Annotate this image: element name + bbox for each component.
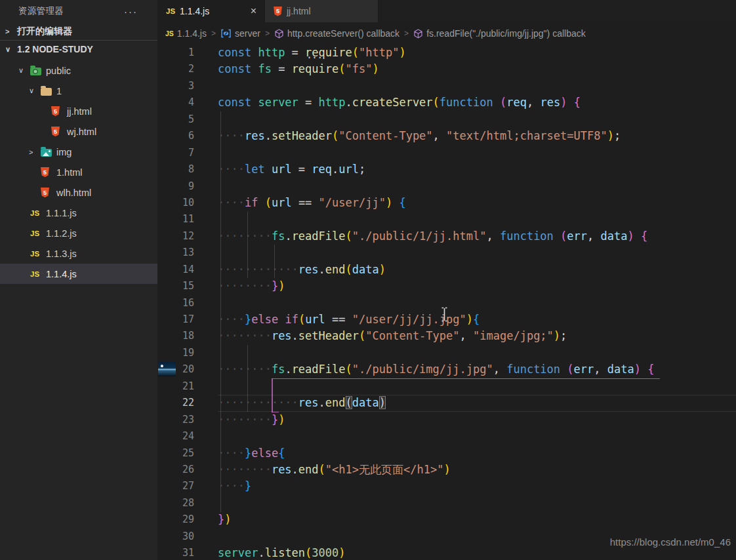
code-line-content[interactable]: const http = require("http") <box>194 45 406 61</box>
file-icon-slot: 5 <box>41 188 56 197</box>
code-line-content[interactable] <box>194 345 218 361</box>
js-file-icon: JS <box>165 30 174 37</box>
breadcrumb-item-http.createServer[interactable]: http.createServer() callback <box>274 28 399 39</box>
file-icon-slot: JS <box>30 230 46 237</box>
tree-item-1.1.3.js[interactable]: JS1.1.3.js <box>0 243 157 264</box>
code-line-content[interactable] <box>194 428 218 445</box>
code-line-content[interactable] <box>194 78 218 94</box>
code-line-content[interactable]: server.listen(3000) <box>194 545 346 560</box>
tree-item-label: wj.html <box>67 127 96 137</box>
tree-item-jj.html[interactable]: 5jj.html <box>0 101 157 121</box>
code-line-content[interactable]: ········res.setHeader("Content-Type", "i… <box>194 328 567 344</box>
js-file-icon: JS <box>30 230 39 237</box>
line-number: 9 <box>157 178 194 195</box>
code-line-content[interactable] <box>194 529 218 545</box>
code-line-5: 5 <box>157 111 736 128</box>
line-number: 3 <box>157 78 194 94</box>
breadcrumb-item-server[interactable]: server <box>220 28 260 39</box>
code-line-content[interactable] <box>194 211 218 228</box>
code-line-content[interactable] <box>194 245 218 261</box>
code-line-content[interactable]: const server = http.createServer(functio… <box>194 94 581 111</box>
chevron-down-icon[interactable]: ∨ <box>18 66 30 75</box>
tree-item-public[interactable]: ∨public <box>0 60 157 81</box>
code-line-content[interactable]: ····res.setHeader("Content-Type", "text/… <box>194 128 621 144</box>
chevron-right-icon[interactable]: > <box>29 148 41 156</box>
chevron-down-icon[interactable]: ∨ <box>29 87 41 95</box>
close-icon[interactable]: × <box>249 6 258 16</box>
tree-item-img[interactable]: >img <box>0 142 157 162</box>
line-number: 22 <box>157 395 194 411</box>
breadcrumb-item-fs.readFile[interactable]: fs.readFile("./public/img/jj.jpg") callb… <box>413 28 586 39</box>
line-number: 17 <box>157 311 194 328</box>
js-file-icon: JS <box>30 270 39 278</box>
tree-item-1[interactable]: ∨1 <box>0 81 157 101</box>
code-line-28: 28 <box>157 495 736 511</box>
code-line-content[interactable]: const fs = require("fs") <box>194 61 379 77</box>
explorer-sidebar: 资源管理器 ··· >打开的编辑器∨1.2 NODE-STUDY ∨public… <box>0 0 157 560</box>
breadcrumb-item-file[interactable]: JS1.1.4.js <box>165 28 207 39</box>
code-line-13: 13 <box>157 245 736 261</box>
code-line-content[interactable]: ····}else{ <box>194 445 285 462</box>
chevron-right-icon[interactable]: > <box>5 28 17 35</box>
html-file-icon: 5 <box>51 127 60 136</box>
tree-item-label: 1 <box>56 86 62 96</box>
file-icon-slot <box>41 147 56 157</box>
line-number: 18 <box>157 328 194 344</box>
code-line-content[interactable] <box>194 145 218 161</box>
tab-label: 1.1.4.js <box>180 6 209 16</box>
code-line-content[interactable]: ····let url = req.url; <box>194 161 365 178</box>
tree-item-1.1.1.js[interactable]: JS1.1.1.js <box>0 203 157 223</box>
section-label: 1.2 NODE-STUDY <box>17 44 93 54</box>
code-editor[interactable]: https://blog.csdn.net/m0_46 1const http … <box>157 45 736 560</box>
code-line-26: 26········res.end("<h1>无此页面</h1>") <box>157 462 736 478</box>
code-line-2: 2const fs = require("fs") <box>157 61 736 77</box>
tree-item-label: 1.1.3.js <box>46 249 77 259</box>
code-line-21: 21 <box>157 378 736 395</box>
tree-item-label: public <box>46 66 71 76</box>
line-number: 5 <box>157 111 194 128</box>
tree-item-wlh.html[interactable]: 5wlh.html <box>0 182 157 203</box>
line-number: 26 <box>157 462 194 478</box>
tab-jj.html[interactable]: 5jj.html <box>265 0 378 22</box>
folder-img-icon <box>41 149 52 157</box>
code-line-content[interactable] <box>194 378 218 395</box>
code-line-content[interactable]: ········}) <box>194 412 285 428</box>
line-number: 7 <box>157 145 194 161</box>
line-number: 12 <box>157 228 194 245</box>
sidebar-section-workspace[interactable]: ∨1.2 NODE-STUDY <box>0 40 157 58</box>
code-line-content[interactable]: ····}else if(url == "/user/jj/jj.jpg"){ <box>194 311 480 328</box>
file-icon-slot: JS <box>30 270 46 278</box>
code-line-content[interactable]: ········fs.readFile("./public/img/jj.jpg… <box>194 361 654 378</box>
tab-1.1.4.js[interactable]: JS1.1.4.js× <box>157 0 265 22</box>
code-line-1: 1const http = require("http") <box>157 45 736 61</box>
code-line-12: 12········fs.readFile("./public/1/jj.htm… <box>157 228 736 245</box>
code-line-content[interactable]: ········res.end("<h1>无此页面</h1>") <box>194 462 451 478</box>
code-lines: 1const http = require("http")2const fs =… <box>157 45 736 560</box>
more-actions-icon[interactable]: ··· <box>124 6 138 17</box>
tree-item-1.1.2.js[interactable]: JS1.1.2.js <box>0 223 157 243</box>
code-line-content[interactable]: ········fs.readFile("./public/1/jj.html"… <box>194 228 647 245</box>
code-line-content[interactable] <box>194 295 218 311</box>
line-number: 8 <box>157 161 194 178</box>
code-line-content[interactable]: ····} <box>194 478 251 494</box>
code-line-9: 9 <box>157 178 736 195</box>
code-line-content[interactable]: ········}) <box>194 278 285 294</box>
code-line-content[interactable] <box>194 178 218 195</box>
breadcrumb-label: http.createServer() callback <box>287 28 399 39</box>
breadcrumb-separator-icon: > <box>265 29 270 38</box>
code-line-content[interactable] <box>194 111 218 128</box>
tree-item-1.html[interactable]: 51.html <box>0 162 157 182</box>
tree-item-label: 1.1.4.js <box>46 269 77 279</box>
sidebar-section-open-editors[interactable]: >打开的编辑器 <box>0 22 157 40</box>
line-number: 13 <box>157 245 194 261</box>
code-line-content[interactable]: ············res.end(data) <box>194 262 386 278</box>
explorer-sections: >打开的编辑器∨1.2 NODE-STUDY <box>0 22 157 58</box>
html-file-icon: 5 <box>51 106 60 116</box>
code-line-content[interactable] <box>194 495 218 511</box>
tree-item-1.1.4.js[interactable]: JS1.1.4.js <box>0 264 157 284</box>
code-line-content[interactable]: ····if (url == "/user/jj") { <box>194 195 406 211</box>
code-line-content[interactable]: }) <box>194 511 232 528</box>
line-number: 29 <box>157 511 194 528</box>
tree-item-wj.html[interactable]: 5wj.html <box>0 121 157 142</box>
chevron-down-icon[interactable]: ∨ <box>5 45 17 54</box>
